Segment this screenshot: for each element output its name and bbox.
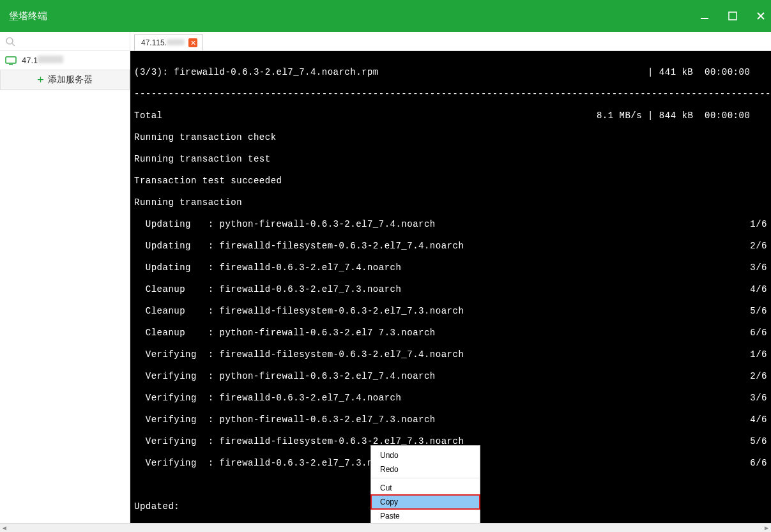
window-title: 堡塔终端 [9,10,47,22]
search-input[interactable] [0,32,130,51]
server-ip-label: 47.1 [22,56,63,65]
svg-point-4 [6,38,13,44]
svg-line-5 [12,43,15,46]
add-server-label: 添加服务器 [48,74,93,86]
add-server-button[interactable]: + 添加服务器 [0,70,130,90]
sidebar: 47.1 + 添加服务器 [0,32,130,532]
tab-close-icon[interactable]: ✕ [188,38,197,47]
context-menu-item-cut[interactable]: Cut [371,481,480,495]
tab-session[interactable]: 47.115. ✕ [134,34,203,50]
close-button[interactable] [756,11,766,21]
tab-bar: 47.115. ✕ [130,32,771,51]
scroll-left-icon[interactable]: ◄ [1,524,8,531]
minimize-button[interactable] [699,11,710,21]
tab-label: 47.115. [141,38,185,47]
search-icon [5,36,15,47]
window-controls [699,0,766,32]
plus-icon: + [37,74,44,86]
horizontal-scrollbar[interactable]: ◄ ► [0,523,771,532]
server-item[interactable]: 47.1 [0,51,130,70]
svg-rect-6 [6,57,16,63]
context-menu: UndoRedoCutCopyPastePaste and match styl… [370,445,480,532]
svg-rect-1 [729,12,737,20]
scroll-right-icon[interactable]: ► [763,524,770,531]
context-menu-item-redo[interactable]: Redo [371,462,480,478]
monitor-icon [5,56,17,65]
titlebar: 堡塔终端 [0,0,771,32]
context-menu-item-paste[interactable]: Paste [371,509,480,523]
maximize-button[interactable] [728,11,738,21]
context-menu-item-copy[interactable]: Copy [371,495,480,509]
context-menu-item-undo[interactable]: Undo [371,448,480,462]
